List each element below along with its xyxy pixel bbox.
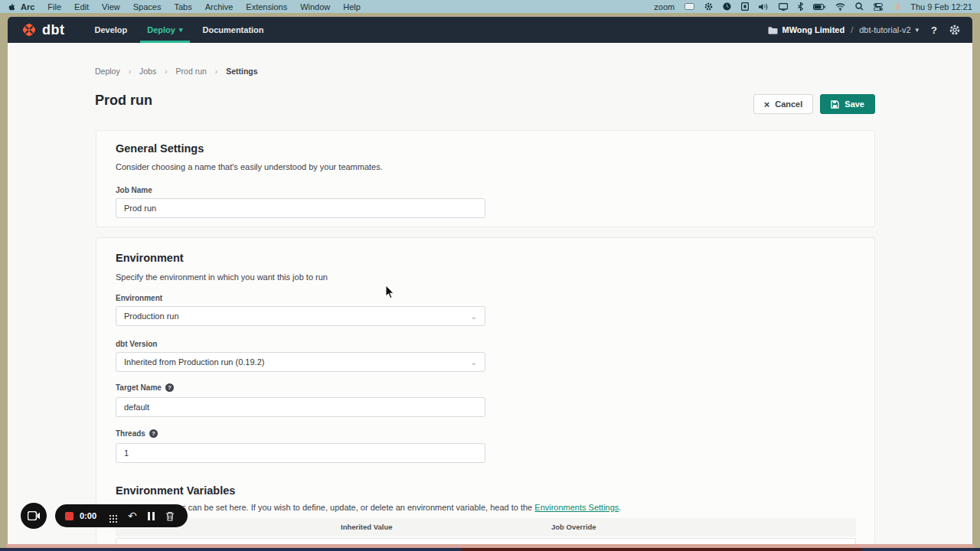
env-vars-table-header: Inherited Value Job Override	[116, 518, 856, 536]
help-circle-icon[interactable]: ?	[165, 383, 174, 392]
cancel-button[interactable]: × Cancel	[753, 94, 814, 114]
environment-heading: Environment	[116, 252, 184, 264]
general-settings-heading: General Settings	[116, 142, 204, 155]
dbt-logo[interactable]: dbt	[21, 22, 64, 38]
environment-variables-heading: Environment Variables	[116, 484, 235, 497]
column-inherited-value: Inherited Value	[341, 518, 393, 536]
chevron-down-icon: ▾	[179, 27, 183, 34]
trash-icon[interactable]	[165, 511, 175, 521]
close-icon: ×	[764, 99, 770, 109]
nav-links: Develop Deploy ▾ Documentation	[84, 17, 273, 43]
grid-options-icon[interactable]	[109, 515, 111, 517]
nav-right-cluster: MWong Limited / dbt-tutorial-v2 ▾ ?	[768, 24, 961, 36]
environment-card: Environment Specify the environment in w…	[96, 237, 875, 544]
menu-archive[interactable]: Archive	[205, 2, 234, 11]
recording-time: 0:00	[80, 511, 96, 520]
page-title: Prod run	[95, 93, 152, 109]
nav-tab-develop[interactable]: Develop	[84, 17, 137, 43]
breadcrumb-deploy[interactable]: Deploy	[95, 67, 120, 76]
browser-window: dbt Develop Deploy ▾ Documentation MWong…	[8, 17, 972, 544]
menu-arc[interactable]: Arc	[21, 2, 34, 11]
project-name: dbt-tutorial-v2	[859, 25, 910, 34]
status-dot-icon[interactable]	[893, 3, 900, 11]
breadcrumb-separator-icon: ›	[165, 67, 167, 76]
zoom-app-label[interactable]: zoom	[654, 2, 675, 11]
apple-icon[interactable]	[8, 2, 16, 11]
chevron-down-icon: ▾	[916, 27, 920, 34]
gear-menubar-icon[interactable]	[704, 2, 713, 11]
recorder-camera-button[interactable]	[21, 503, 47, 529]
menu-extensions[interactable]: Extensions	[246, 2, 287, 11]
chevron-down-icon: ⌄	[471, 312, 477, 321]
job-name-label: Job Name	[116, 186, 152, 194]
spotlight-search-icon[interactable]	[855, 2, 864, 11]
menu-file[interactable]: File	[47, 2, 61, 11]
help-circle-icon[interactable]: ?	[149, 429, 158, 438]
desktop-strip	[0, 548, 980, 551]
dbt-version-select[interactable]: Inherited from Production run (0.19.2) ⌄	[116, 352, 485, 372]
app-box-icon[interactable]	[741, 2, 749, 11]
menu-spaces[interactable]: Spaces	[133, 2, 162, 11]
save-button[interactable]: Save	[820, 94, 875, 114]
clock-status-icon[interactable]	[723, 2, 731, 11]
environment-select[interactable]: Production run ⌄	[116, 306, 485, 326]
breadcrumb-separator-icon: ›	[129, 67, 131, 76]
save-icon	[831, 100, 839, 109]
environment-description: Specify the environment in which you wan…	[116, 272, 328, 282]
screen-share-icon[interactable]	[684, 3, 694, 10]
target-name-label: Target Name ?	[116, 383, 174, 392]
stop-record-button[interactable]	[65, 512, 74, 520]
env-vars-table-row[interactable]	[116, 538, 856, 544]
breadcrumb-prod-run[interactable]: Prod run	[176, 67, 207, 76]
nav-tab-deploy[interactable]: Deploy ▾	[137, 17, 192, 43]
threads-label: Threads ?	[116, 429, 158, 438]
breadcrumb-separator-icon: ›	[215, 67, 217, 76]
menu-window[interactable]: Window	[300, 2, 330, 11]
undo-icon[interactable]: ↶	[128, 510, 137, 521]
recorder-toolbar: 0:00 ↶	[55, 504, 188, 527]
account-separator: /	[851, 25, 853, 34]
breadcrumb-jobs[interactable]: Jobs	[139, 67, 156, 76]
camera-icon	[28, 511, 41, 520]
menu-tabs[interactable]: Tabs	[174, 2, 191, 11]
folder-icon	[768, 26, 778, 34]
macos-menubar: Arc File Edit View Spaces Tabs Archive E…	[0, 0, 980, 13]
menubar-status-area: zoom Thu 9 Feb 12:21	[654, 2, 972, 11]
settings-page: Deploy › Jobs › Prod run › Settings Prod…	[8, 43, 972, 544]
breadcrumb-settings[interactable]: Settings	[226, 67, 257, 76]
target-name-input[interactable]	[116, 397, 485, 417]
dbt-logo-icon	[21, 22, 37, 37]
job-name-input[interactable]	[116, 198, 485, 218]
breadcrumb: Deploy › Jobs › Prod run › Settings	[95, 67, 258, 76]
page-actions: × Cancel Save	[753, 94, 875, 114]
account-project-switcher[interactable]: MWong Limited / dbt-tutorial-v2 ▾	[768, 25, 920, 34]
gear-icon[interactable]	[949, 24, 960, 35]
threads-input[interactable]	[116, 443, 485, 463]
general-settings-description: Consider choosing a name that's easily u…	[116, 162, 383, 171]
bluetooth-icon[interactable]	[798, 2, 803, 11]
recorder-controls: ↶	[109, 510, 175, 521]
dbt-brand-text: dbt	[42, 22, 64, 38]
menu-edit[interactable]: Edit	[74, 2, 89, 11]
control-center-icon[interactable]	[874, 3, 883, 11]
menubar-clock[interactable]: Thu 9 Feb 12:21	[910, 2, 972, 11]
wifi-icon[interactable]	[835, 3, 845, 11]
volume-icon[interactable]	[759, 3, 769, 11]
account-name: MWong Limited	[782, 25, 845, 34]
menu-view[interactable]: View	[102, 2, 120, 11]
environment-label: Environment	[116, 294, 162, 302]
general-settings-card: General Settings Consider choosing a nam…	[96, 130, 875, 227]
environments-settings-link[interactable]: Environments Settings	[534, 503, 619, 512]
dbt-version-label: dbt Version	[116, 340, 157, 348]
battery-icon[interactable]	[813, 4, 825, 10]
column-job-override: Job Override	[551, 518, 596, 536]
dbt-navbar: dbt Develop Deploy ▾ Documentation MWong…	[8, 17, 972, 43]
chevron-down-icon: ⌄	[471, 358, 477, 367]
pause-icon[interactable]	[148, 512, 155, 520]
menubar-menus: Arc File Edit View Spaces Tabs Archive E…	[21, 2, 361, 11]
environment-variables-description: Job level overrides can be set here. If …	[116, 503, 621, 512]
help-icon[interactable]: ?	[931, 24, 937, 36]
display-icon[interactable]	[779, 3, 788, 11]
menu-help[interactable]: Help	[343, 2, 361, 11]
nav-tab-documentation[interactable]: Documentation	[193, 17, 274, 43]
